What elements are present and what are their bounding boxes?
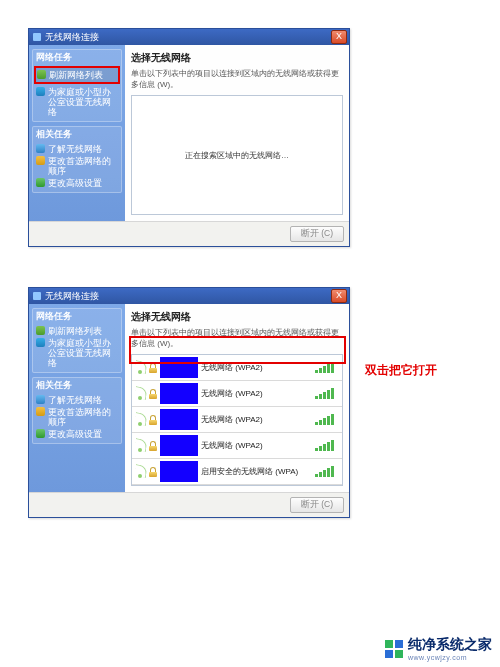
- disconnect-button[interactable]: 断开 (C): [290, 497, 344, 513]
- sidebar-item-label: 了解无线网络: [48, 395, 102, 405]
- close-button[interactable]: X: [331, 289, 347, 303]
- info-icon: [36, 144, 45, 153]
- close-button[interactable]: X: [331, 30, 347, 44]
- window-title: 无线网络连接: [45, 31, 331, 44]
- ssid-redacted: [160, 357, 198, 378]
- sidebar-item-label: 了解无线网络: [48, 144, 102, 154]
- title-bar: 无线网络连接 X: [29, 29, 349, 45]
- sidebar-item-label: 更改高级设置: [48, 178, 102, 188]
- sidebar-item-setup-office[interactable]: 为家庭或小型办公室设置无线网络: [36, 337, 118, 369]
- disconnect-button[interactable]: 断开 (C): [290, 226, 344, 242]
- signal-strength-icon: [315, 467, 337, 477]
- network-label: 无线网络 (WPA2): [198, 362, 315, 373]
- sidebar-item-learn[interactable]: 了解无线网络: [36, 394, 118, 406]
- signal-icon: [135, 387, 146, 401]
- sidebar: 网络任务 刷新网络列表 为家庭或小型办公室设置无线网络 相关任务 了解无线网络: [29, 304, 125, 492]
- sidebar: 网络任务 刷新网络列表 为家庭或小型办公室设置无线网络 相关任务: [29, 45, 125, 221]
- dialog-footer: 断开 (C): [29, 492, 349, 517]
- sidebar-item-label: 更改首选网络的顺序: [48, 156, 118, 176]
- main-subtext: 单击以下列表中的项目以连接到区域内的无线网络或获得更多信息 (W)。: [131, 327, 343, 349]
- sidebar-item-change-order[interactable]: 更改首选网络的顺序: [36, 406, 118, 428]
- wireless-icon: [33, 292, 41, 300]
- watermark-url: www.ycwjzy.com: [408, 654, 492, 661]
- network-label: 启用安全的无线网络 (WPA): [198, 466, 315, 477]
- sidebar-item-label: 更改高级设置: [48, 429, 102, 439]
- main-panel: 选择无线网络 单击以下列表中的项目以连接到区域内的无线网络或获得更多信息 (W)…: [125, 304, 349, 492]
- wifi-dialog-searching: 无线网络连接 X 网络任务 刷新网络列表 为家庭或小型办公室设置无线网络: [28, 28, 350, 247]
- lock-icon: [149, 415, 157, 425]
- lock-icon: [149, 389, 157, 399]
- sidebar-section-related-tasks: 相关任务: [36, 380, 118, 392]
- network-row[interactable]: 无线网络 (WPA2): [132, 433, 342, 459]
- wifi-dialog-list: 无线网络连接 X 网络任务 刷新网络列表 为家庭或小型办公室设置无线网络: [28, 287, 350, 518]
- title-bar: 无线网络连接 X: [29, 288, 349, 304]
- network-label: 无线网络 (WPA2): [198, 440, 315, 451]
- ssid-redacted: [160, 435, 198, 456]
- main-heading: 选择无线网络: [131, 310, 343, 324]
- sidebar-item-label: 为家庭或小型办公室设置无线网络: [48, 338, 118, 368]
- sidebar-item-advanced-settings[interactable]: 更改高级设置: [36, 428, 118, 440]
- sidebar-section-related-tasks: 相关任务: [36, 129, 118, 141]
- lock-icon: [149, 363, 157, 373]
- network-list-empty: 正在搜索区域中的无线网络…: [131, 95, 343, 215]
- refresh-icon: [36, 326, 45, 335]
- signal-icon: [135, 465, 146, 479]
- ssid-redacted: [160, 383, 198, 404]
- refresh-highlight: 刷新网络列表: [34, 66, 120, 84]
- info-icon: [36, 395, 45, 404]
- signal-strength-icon: [315, 441, 337, 451]
- searching-message: 正在搜索区域中的无线网络…: [185, 150, 289, 161]
- sidebar-item-label: 更改首选网络的顺序: [48, 407, 118, 427]
- signal-icon: [135, 439, 146, 453]
- ssid-redacted: [160, 461, 198, 482]
- signal-icon: [135, 413, 146, 427]
- ssid-redacted: [160, 409, 198, 430]
- gear-icon: [36, 429, 45, 438]
- main-heading: 选择无线网络: [131, 51, 343, 65]
- sidebar-section-network-tasks: 网络任务: [36, 52, 118, 64]
- sidebar-item-change-order[interactable]: 更改首选网络的顺序: [36, 155, 118, 177]
- lock-icon: [149, 441, 157, 451]
- network-row[interactable]: 无线网络 (WPA2): [132, 407, 342, 433]
- wireless-icon: [33, 33, 41, 41]
- signal-strength-icon: [315, 389, 337, 399]
- sidebar-item-label: 刷新网络列表: [49, 70, 103, 80]
- network-label: 无线网络 (WPA2): [198, 414, 315, 425]
- sidebar-item-label: 刷新网络列表: [48, 326, 102, 336]
- sidebar-item-advanced-settings[interactable]: 更改高级设置: [36, 177, 118, 189]
- network-label: 无线网络 (WPA2): [198, 388, 315, 399]
- gear-icon: [36, 178, 45, 187]
- signal-strength-icon: [315, 415, 337, 425]
- sidebar-item-label: 为家庭或小型办公室设置无线网络: [48, 87, 118, 117]
- star-icon: [36, 407, 45, 416]
- lock-icon: [149, 467, 157, 477]
- refresh-icon: [37, 70, 46, 79]
- main-panel: 选择无线网络 单击以下列表中的项目以连接到区域内的无线网络或获得更多信息 (W)…: [125, 45, 349, 221]
- dialog-footer: 断开 (C): [29, 221, 349, 246]
- network-row[interactable]: 无线网络 (WPA2): [132, 381, 342, 407]
- sidebar-item-refresh[interactable]: 刷新网络列表: [37, 69, 117, 81]
- signal-strength-icon: [315, 363, 337, 373]
- sidebar-item-setup-office[interactable]: 为家庭或小型办公室设置无线网络: [36, 86, 118, 118]
- watermark-brand: 纯净系统之家: [408, 636, 492, 654]
- network-row[interactable]: 无线网络 (WPA2): [132, 355, 342, 381]
- window-title: 无线网络连接: [45, 290, 331, 303]
- annotation-double-click: 双击把它打开: [365, 362, 437, 379]
- office-setup-icon: [36, 87, 45, 96]
- watermark-logo-icon: [385, 640, 403, 658]
- network-list: 无线网络 (WPA2)无线网络 (WPA2)无线网络 (WPA2)无线网络 (W…: [131, 354, 343, 486]
- sidebar-section-network-tasks: 网络任务: [36, 311, 118, 323]
- network-row[interactable]: 启用安全的无线网络 (WPA): [132, 459, 342, 485]
- sidebar-item-learn[interactable]: 了解无线网络: [36, 143, 118, 155]
- star-icon: [36, 156, 45, 165]
- office-setup-icon: [36, 338, 45, 347]
- signal-icon: [135, 361, 146, 375]
- main-subtext: 单击以下列表中的项目以连接到区域内的无线网络或获得更多信息 (W)。: [131, 68, 343, 90]
- watermark: 纯净系统之家 www.ycwjzy.com: [385, 636, 492, 661]
- sidebar-item-refresh[interactable]: 刷新网络列表: [36, 325, 118, 337]
